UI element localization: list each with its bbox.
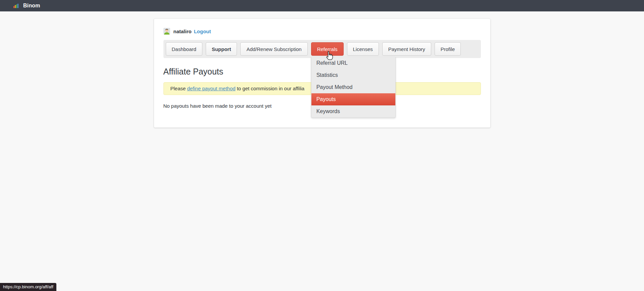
topbar: Binom	[0, 0, 644, 11]
notice-text-after: to get commission in our affilia	[237, 86, 304, 91]
user-avatar-icon	[163, 28, 170, 35]
username: nataliro	[174, 29, 192, 34]
nav-button-licenses[interactable]: Licenses	[347, 42, 379, 56]
nav-button-support[interactable]: Support	[206, 42, 237, 56]
menu-item-referral-url[interactable]: Referral URL	[311, 57, 395, 69]
menu-item-keywords[interactable]: Keywords	[311, 105, 395, 117]
define-payout-method-link[interactable]: define payout method	[187, 86, 235, 91]
logout-link[interactable]: Logout	[194, 29, 211, 34]
referrals-dropdown-menu: Referral URL Statistics Payout Method Pa…	[311, 57, 396, 118]
binom-logo-icon	[13, 4, 18, 8]
nav-button-add-renew-subscription[interactable]: Add/Renew Subscription	[240, 42, 307, 56]
brand-name: Binom	[23, 3, 40, 9]
nav-button-referrals[interactable]: Referrals	[311, 42, 344, 56]
status-bar-url: https://cp.binom.org/aff/aff	[0, 283, 56, 291]
referrals-menu-wrap: Referrals Referral URL Statistics Payout…	[311, 42, 344, 56]
navbar: Dashboard Support Add/Renew Subscription…	[163, 40, 481, 58]
menu-item-payouts[interactable]: Payouts	[311, 93, 395, 105]
nav-button-payment-history[interactable]: Payment History	[382, 42, 431, 56]
main-card: nataliro Logout Dashboard Support Add/Re…	[154, 19, 490, 128]
nav-button-profile[interactable]: Profile	[435, 42, 461, 56]
user-row: nataliro Logout	[163, 28, 481, 35]
menu-item-payout-method[interactable]: Payout Method	[311, 81, 395, 93]
nav-button-dashboard[interactable]: Dashboard	[166, 42, 202, 56]
menu-item-statistics[interactable]: Statistics	[311, 69, 395, 81]
notice-text-before: Please	[170, 86, 186, 91]
